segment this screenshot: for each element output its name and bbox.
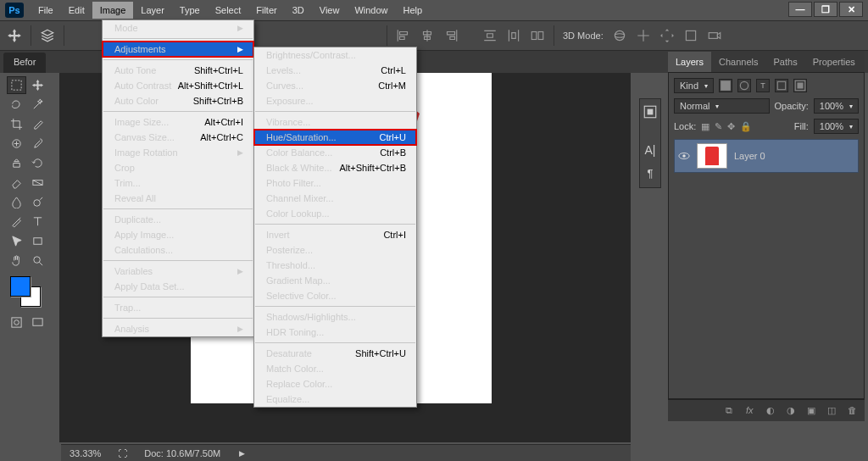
layer-row[interactable]: Layer 0 [674,139,859,173]
spot-heal-tool[interactable] [7,135,26,153]
color-swatches[interactable] [7,275,44,308]
document-tab[interactable]: Befor [3,53,46,73]
3d-move-icon[interactable] [659,28,675,43]
menu-item-auto-color[interactable]: Auto ColorShift+Ctrl+B [103,93,253,108]
rectangle-tool[interactable] [28,232,47,250]
menu-item-variables[interactable]: Variables▶ [103,264,253,279]
doc-size[interactable]: Doc: 10.6M/7.50M [144,448,220,458]
filter-adjust-icon[interactable] [737,79,751,92]
lock-transparency-icon[interactable]: ▦ [701,121,709,132]
panel-tab-layers[interactable]: Layers [668,52,711,72]
menu-item-selective-color[interactable]: Selective Color... [254,288,416,303]
menu-item-exposure[interactable]: Exposure... [254,93,416,108]
menu-item-auto-tone[interactable]: Auto ToneShift+Ctrl+L [103,63,253,78]
menu-item-apply-image[interactable]: Apply Image... [103,227,253,242]
menu-item-color-lookup[interactable]: Color Lookup... [254,206,416,221]
history-brush-tool[interactable] [28,154,47,172]
clone-stamp-tool[interactable] [7,154,26,172]
filter-type-icon[interactable]: T [756,79,770,92]
distribute-h-icon[interactable] [482,28,498,43]
menu-3d[interactable]: 3D [285,2,312,19]
3d-camera-icon[interactable] [707,28,722,43]
menu-type[interactable]: Type [172,2,208,19]
menu-item-auto-contrast[interactable]: Auto ContrastAlt+Shift+Ctrl+L [103,78,253,93]
menu-edit[interactable]: Edit [61,2,92,19]
mask-icon[interactable]: ◐ [766,405,778,417]
layer-thumbnail[interactable] [697,143,727,169]
lock-position-icon[interactable]: ✥ [727,121,735,132]
menu-image[interactable]: Image [92,2,134,19]
gradient-tool[interactable] [28,174,47,192]
menu-item-replace-color[interactable]: Replace Color... [254,376,416,392]
eraser-tool[interactable] [7,174,26,192]
opacity-value[interactable]: 100% [814,98,859,114]
menu-view[interactable]: View [312,2,348,19]
menu-item-gradient-map[interactable]: Gradient Map... [254,273,416,288]
fx-icon[interactable]: fx [746,405,758,417]
menu-select[interactable]: Select [208,2,249,19]
expand-icon[interactable]: ⛶ [118,448,127,458]
align-center-icon[interactable] [420,28,435,43]
link-layers-icon[interactable]: ⧉ [726,405,737,417]
menu-help[interactable]: Help [396,2,431,19]
paragraph-panel-icon[interactable]: ¶ [643,167,658,182]
rect-marquee-tool[interactable] [7,76,26,94]
menu-item-canvas-size[interactable]: Canvas Size...Alt+Ctrl+C [103,130,253,145]
menu-item-black-white[interactable]: Black & White...Alt+Shift+Ctrl+B [254,160,416,175]
menu-file[interactable]: File [31,2,61,19]
align-right-icon[interactable] [443,28,459,43]
filter-smart-icon[interactable] [793,79,807,92]
move-tool[interactable] [28,76,47,94]
close-button[interactable]: ✕ [839,2,863,17]
layer-name[interactable]: Layer 0 [734,151,765,161]
blend-mode-select[interactable]: Normal [674,98,770,114]
filter-shape-icon[interactable] [775,79,788,92]
menu-item-vibrance[interactable]: Vibrance... [254,114,416,130]
magic-wand-tool[interactable] [28,96,47,114]
3d-pan-icon[interactable] [636,28,651,43]
zoom-tool[interactable] [28,252,47,269]
panel-tab-paths[interactable]: Paths [766,52,805,72]
blur-tool[interactable] [7,193,26,211]
menu-item-shadows-highlights[interactable]: Shadows/Highlights... [254,309,416,325]
foreground-color-swatch[interactable] [10,276,31,297]
menu-filter[interactable]: Filter [248,2,284,19]
delete-layer-icon[interactable]: 🗑 [848,405,860,417]
menu-item-match-color[interactable]: Match Color... [254,361,416,376]
menu-item-image-size[interactable]: Image Size...Alt+Ctrl+I [103,114,253,130]
character-panel-icon[interactable]: A| [643,143,658,158]
screen-mode-icon[interactable] [28,314,47,331]
menu-item-threshold[interactable]: Threshold... [254,258,416,273]
zoom-level[interactable]: 33.33% [70,448,101,458]
3d-scale-icon[interactable] [683,28,698,43]
layers-stack-icon[interactable] [40,28,55,43]
menu-item-posterize[interactable]: Posterize... [254,242,416,258]
filter-pixel-icon[interactable] [719,79,732,92]
menu-item-analysis[interactable]: Analysis▶ [103,321,253,336]
menu-item-duplicate[interactable]: Duplicate... [103,212,253,227]
new-layer-icon[interactable]: ◫ [827,405,839,417]
menu-item-reveal-all[interactable]: Reveal All [103,191,253,206]
dodge-tool[interactable] [28,193,47,211]
hand-tool[interactable] [7,252,26,269]
3d-orbit-icon[interactable] [612,28,627,43]
menu-item-equalize[interactable]: Equalize... [254,392,416,407]
fill-value[interactable]: 100% [814,119,859,134]
adjustment-layer-icon[interactable]: ◑ [787,405,798,417]
panel-tab-channels[interactable]: Channels [711,52,765,72]
menu-item-desaturate[interactable]: DesaturateShift+Ctrl+U [254,346,416,361]
lasso-tool[interactable] [7,96,26,114]
status-menu-arrow[interactable]: ▶ [239,449,245,458]
menu-item-image-rotation[interactable]: Image Rotation▶ [103,145,253,160]
menu-item-hue-saturation[interactable]: Hue/Saturation...Ctrl+U [254,130,416,145]
history-panel-icon[interactable] [643,104,658,119]
menu-item-adjustments[interactable]: Adjustments▶ [103,42,253,57]
menu-item-curves[interactable]: Curves...Ctrl+M [254,78,416,93]
menu-layer[interactable]: Layer [133,2,172,19]
crop-tool[interactable] [7,115,26,133]
layer-filter-kind[interactable]: Kind [674,78,714,93]
menu-item-photo-filter[interactable]: Photo Filter... [254,175,416,191]
maximize-button[interactable]: ❐ [814,2,837,17]
menu-item-trim[interactable]: Trim... [103,175,253,191]
group-icon[interactable]: ▣ [807,405,819,417]
